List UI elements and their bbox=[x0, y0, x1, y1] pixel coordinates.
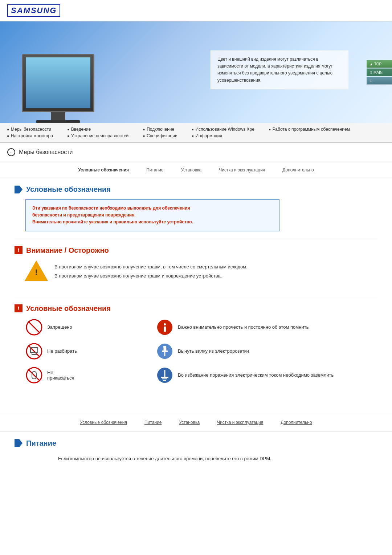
blue-arrow-icon bbox=[15, 186, 23, 194]
svg-line-16 bbox=[28, 369, 40, 381]
tab-conventions-bottom[interactable]: Условные обозначения bbox=[78, 419, 128, 426]
tab-power-top[interactable]: Питание bbox=[145, 167, 165, 173]
breadcrumb-header: ○ Меры безопасности bbox=[0, 143, 392, 162]
section2-title: Внимание / Осторожно bbox=[26, 246, 109, 255]
symbol-row-1: Запрещено Важно внимательно прочесть и п… bbox=[25, 319, 377, 336]
monitor-base bbox=[36, 120, 80, 123]
no-disassemble-icon bbox=[25, 343, 43, 360]
tab-navigation-top: Условные обозначения Питание Установка Ч… bbox=[0, 162, 392, 178]
warning-content: ! В противном случае возможно получение … bbox=[25, 260, 377, 282]
symbol-important: Важно внимательно прочесть и постоянно о… bbox=[156, 319, 309, 336]
warning-triangle: ! bbox=[25, 260, 47, 282]
hero-banner: Цвет и внешний вид изделия могут различа… bbox=[0, 21, 392, 123]
symbol-ground: Во избежание поражения электрическим ток… bbox=[156, 366, 334, 384]
ground-icon bbox=[156, 366, 173, 384]
main-button[interactable]: ⇧ MAIN bbox=[367, 69, 392, 76]
питание-text: Если компьютер не используется в течение… bbox=[58, 455, 312, 463]
nav-item-safety[interactable]: Меры безопасности bbox=[7, 127, 53, 132]
no-disassemble-label: Не разбирать bbox=[47, 348, 77, 354]
svg-rect-8 bbox=[32, 353, 36, 355]
tab-navigation-bottom: Условные обозначения Питание Установка Ч… bbox=[0, 413, 392, 432]
section2-heading: Внимание / Осторожно bbox=[15, 246, 377, 255]
symbol-row-2: Не разбирать Вынуть вилку из электророзе… bbox=[25, 343, 377, 360]
symbols-section: Условные обозначения Запрещено bbox=[15, 297, 377, 391]
extra-button[interactable]: ⊙ bbox=[367, 77, 392, 85]
svg-line-6 bbox=[28, 345, 40, 357]
no-touch-label: Неприкасаться bbox=[47, 370, 74, 381]
ground-label: Во избежание поражения электрическим ток… bbox=[178, 372, 334, 378]
monitor-illustration bbox=[22, 50, 102, 123]
no-touch-icon bbox=[25, 366, 43, 384]
питание-content: Если компьютер не используется в течение… bbox=[58, 455, 312, 463]
hero-description: Цвет и внешний вид изделия могут различа… bbox=[217, 56, 342, 84]
important-icon bbox=[156, 319, 173, 336]
section3-title: Условные обозначения bbox=[26, 304, 111, 313]
svg-line-1 bbox=[28, 321, 40, 333]
nav-item-specs[interactable]: Спецификации bbox=[143, 133, 177, 138]
prohibited-icon bbox=[25, 319, 43, 336]
питание-heading: Питание bbox=[15, 439, 377, 447]
samsung-logo: SAMSUNG bbox=[7, 4, 60, 17]
tab-additional-bottom[interactable]: Дополнительно bbox=[279, 419, 313, 426]
nav-col-4: Использование Windows Xpe Информация bbox=[192, 127, 254, 138]
monitor-screen bbox=[26, 57, 90, 108]
tab-install-bottom[interactable]: Установка bbox=[177, 419, 201, 426]
content-area: Условные обозначения Эти указания по без… bbox=[0, 178, 392, 406]
symbol-no-touch: Неприкасаться bbox=[25, 366, 127, 384]
tab-additional-top[interactable]: Дополнительно bbox=[281, 167, 315, 173]
nav-item-connect[interactable]: Подключение bbox=[143, 127, 177, 132]
nav-menu: Меры безопасности Настройка монитора Вве… bbox=[0, 123, 392, 143]
monitor-body bbox=[22, 54, 94, 112]
info-box-text: Эти указания по безопасности необходимо … bbox=[32, 205, 273, 226]
warning-text-2: В противном случае возможно получение тр… bbox=[54, 273, 248, 279]
svg-rect-11 bbox=[162, 351, 168, 352]
nav-col-3: Подключение Спецификации bbox=[143, 127, 177, 138]
nav-item-software[interactable]: Работа с программным обеспечением bbox=[269, 127, 350, 132]
info-box: Эти указания по безопасности необходимо … bbox=[25, 199, 279, 231]
tab-power-bottom[interactable]: Питание bbox=[143, 419, 163, 426]
nav-item-troubleshoot[interactable]: Устранение неисправностей bbox=[68, 133, 128, 138]
breadcrumb-title: Меры безопасности bbox=[19, 149, 73, 155]
hero-text-box: Цвет и внешний вид изделия могут различа… bbox=[211, 50, 348, 89]
symbols-grid: Запрещено Важно внимательно прочесть и п… bbox=[25, 319, 377, 384]
warning-section: Внимание / Осторожно ! В противном случа… bbox=[15, 239, 377, 289]
tab-install-top[interactable]: Установка bbox=[179, 167, 203, 173]
symbol-no-disassemble: Не разбирать bbox=[25, 343, 127, 360]
питание-title: Питание bbox=[26, 439, 56, 447]
section3-heading: Условные обозначения bbox=[15, 304, 377, 313]
питание-section: Питание Если компьютер не используется в… bbox=[0, 432, 392, 470]
warning-texts: В противном случае возможно получение тр… bbox=[54, 260, 248, 282]
tab-conventions-top[interactable]: Условные обозначения bbox=[77, 167, 130, 173]
symbol-row-3: Неприкасаться Во избежание поражения эле… bbox=[25, 366, 377, 384]
nav-item-info[interactable]: Информация bbox=[192, 133, 254, 138]
symbol-unplug: Вынуть вилку из электророзетки bbox=[156, 343, 258, 360]
nav-item-settings[interactable]: Настройка монитора bbox=[7, 133, 53, 138]
top-button[interactable]: ▲ TOP bbox=[367, 60, 392, 68]
питание-arrow-icon bbox=[15, 439, 23, 447]
nav-col-1: Меры безопасности Настройка монитора bbox=[7, 127, 53, 138]
breadcrumb-icon: ○ bbox=[7, 148, 15, 156]
symbols-heading-icon bbox=[15, 304, 23, 312]
important-label: Важно внимательно прочесть и постоянно о… bbox=[178, 324, 309, 330]
svg-rect-4 bbox=[164, 327, 166, 332]
tab-cleaning-top[interactable]: Чистка и эксплуатация bbox=[217, 167, 266, 173]
warning-triangle-area: ! bbox=[25, 260, 47, 282]
svg-point-3 bbox=[164, 323, 166, 325]
section1-heading: Условные обозначения bbox=[15, 185, 377, 194]
unplug-icon bbox=[156, 343, 173, 360]
nav-col-2: Введение Устранение неисправностей bbox=[68, 127, 128, 138]
nav-item-windows[interactable]: Использование Windows Xpe bbox=[192, 127, 254, 132]
prohibited-label: Запрещено bbox=[47, 324, 72, 330]
nav-col-5: Работа с программным обеспечением bbox=[269, 127, 350, 138]
warning-text-1: В противном случае возможно получение тр… bbox=[54, 264, 248, 270]
symbol-prohibited: Запрещено bbox=[25, 319, 127, 336]
tab-cleaning-bottom[interactable]: Чистка и эксплуатация bbox=[216, 419, 265, 426]
unplug-label: Вынуть вилку из электророзетки bbox=[178, 348, 249, 354]
hero-side-buttons: ▲ TOP ⇧ MAIN ⊙ bbox=[367, 60, 392, 85]
section1-title: Условные обозначения bbox=[26, 185, 111, 194]
header: SAMSUNG bbox=[0, 0, 392, 21]
warning-icon bbox=[15, 246, 23, 254]
triangle-exclaim: ! bbox=[35, 268, 37, 277]
nav-item-intro[interactable]: Введение bbox=[68, 127, 128, 132]
